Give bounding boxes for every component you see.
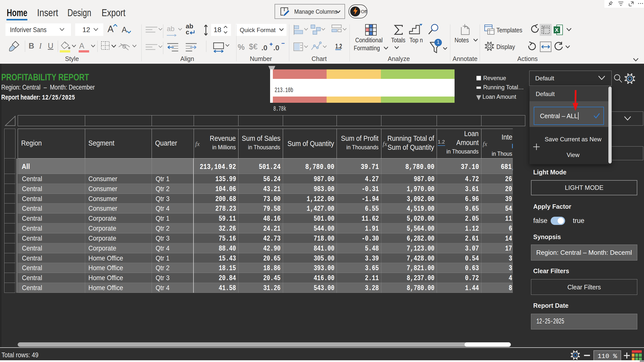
svg-text:X: X (555, 27, 558, 33)
svg-text:c: c (186, 28, 189, 36)
